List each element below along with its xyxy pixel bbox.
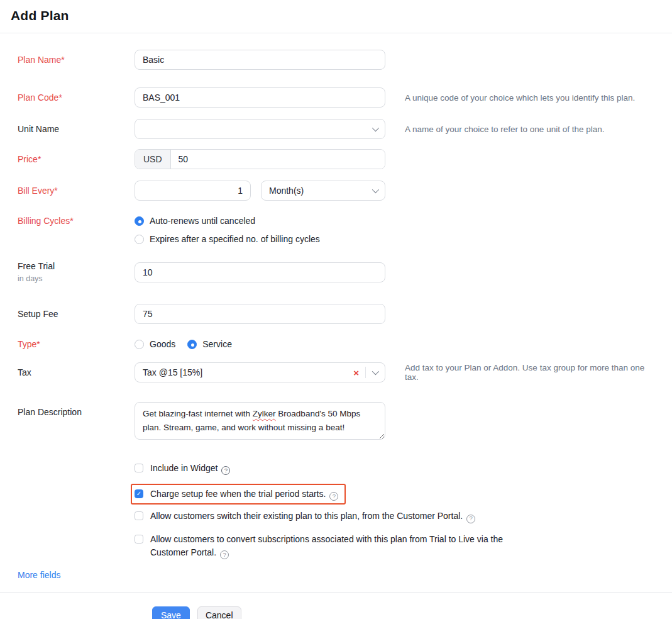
charge-setup-fee-row[interactable]: ✓ Charge setup fee when the trial period…	[135, 488, 338, 501]
bill-every-unit-select[interactable]: Month(s)	[261, 181, 385, 201]
plan-code-label: Plan Code*	[0, 92, 135, 103]
plan-name-input[interactable]	[135, 50, 385, 70]
setup-fee-row: Setup Fee	[0, 304, 672, 324]
free-trial-sublabel: in days	[18, 274, 135, 283]
bill-every-row: Bill Every* Month(s)	[0, 181, 672, 201]
type-label: Type*	[0, 339, 135, 349]
page-header: Add Plan	[0, 0, 672, 33]
help-icon[interactable]: ?	[329, 492, 338, 501]
plan-code-row: Plan Code* A unique code of your choice …	[0, 87, 672, 108]
description-text: Get blazing-fast internet with	[143, 409, 253, 418]
chevron-down-icon	[372, 368, 379, 375]
setup-fee-input[interactable]	[135, 304, 385, 324]
tax-select[interactable]: Tax @15 [15%] ×	[135, 362, 385, 382]
price-input[interactable]	[171, 150, 385, 169]
plan-code-help-text: A unique code of your choice which lets …	[405, 93, 635, 103]
unit-name-label: Unit Name	[0, 124, 135, 134]
setup-fee-label: Setup Fee	[0, 309, 135, 319]
radio-service-label: Service	[202, 339, 232, 349]
allow-trial-convert-row[interactable]: Allow customers to convert subscriptions…	[135, 533, 672, 559]
checkbox-unchecked-icon[interactable]	[135, 464, 143, 472]
radio-unselected-icon	[135, 340, 144, 349]
radio-unselected-icon	[135, 235, 144, 244]
free-trial-label: Free Trial	[18, 261, 55, 271]
plan-name-row: Plan Name*	[0, 50, 672, 70]
radio-goods-label: Goods	[150, 339, 175, 349]
tax-label: Tax	[0, 367, 135, 377]
description-misspelled-word: Zylker	[253, 409, 276, 418]
annotation-highlight-box: ✓ Charge setup fee when the trial period…	[131, 484, 346, 505]
more-fields-link[interactable]: More fields	[18, 570, 60, 580]
add-plan-form: Plan Name* Plan Code* A unique code of y…	[0, 50, 672, 580]
chevron-down-icon	[372, 125, 379, 131]
add-plan-page: Add Plan Plan Name* Plan Code* A unique …	[0, 0, 672, 619]
help-icon[interactable]: ?	[220, 550, 229, 559]
plan-description-row: Plan Description Get blazing-fast intern…	[0, 402, 672, 440]
billing-cycles-row: Billing Cycles* Auto-renews until cancel…	[0, 216, 672, 244]
help-icon[interactable]: ?	[466, 515, 475, 523]
radio-expires-after[interactable]: Expires after a specified no. of billing…	[135, 234, 320, 244]
allow-plan-switch-row[interactable]: Allow customers switch their existing pl…	[135, 510, 672, 523]
plan-code-input[interactable]	[135, 87, 385, 108]
radio-selected-icon	[135, 216, 144, 226]
allow-plan-switch-label: Allow customers switch their existing pl…	[150, 511, 463, 521]
options-section: Include in Widget? ✓ Charge setup fee wh…	[135, 462, 672, 559]
bill-every-input[interactable]	[135, 181, 251, 201]
include-in-widget-row[interactable]: Include in Widget?	[135, 462, 672, 475]
plan-description-textarea[interactable]: Get blazing-fast internet with Zylker Br…	[135, 402, 385, 440]
billing-cycles-label: Billing Cycles*	[0, 216, 135, 226]
include-in-widget-label: Include in Widget	[150, 463, 218, 473]
radio-service[interactable]: Service	[187, 339, 232, 349]
bill-every-label: Bill Every*	[0, 186, 135, 196]
bill-every-unit-value: Month(s)	[269, 186, 304, 196]
unit-name-select[interactable]	[135, 119, 385, 139]
currency-prefix: USD	[135, 150, 171, 169]
unit-name-row: Unit Name A name of your choice to refer…	[0, 119, 672, 139]
help-icon[interactable]: ?	[221, 466, 230, 475]
plan-name-label: Plan Name*	[0, 55, 135, 65]
footer-actions: Save Cancel	[152, 606, 672, 619]
save-button[interactable]: Save	[152, 606, 190, 619]
plan-description-label: Plan Description	[0, 402, 135, 417]
free-trial-input[interactable]	[135, 262, 385, 282]
clear-tax-icon[interactable]: ×	[353, 368, 359, 377]
footer-divider	[0, 592, 672, 593]
tax-help-text: Add tax to your Plan or Addon. Use tax g…	[405, 363, 656, 382]
checkbox-unchecked-icon[interactable]	[135, 511, 143, 520]
radio-selected-icon	[187, 340, 197, 349]
radio-auto-renews-label: Auto-renews until canceled	[150, 216, 255, 226]
divider	[365, 367, 366, 378]
allow-trial-convert-label: Allow customers to convert subscriptions…	[150, 534, 503, 557]
checkbox-checked-icon[interactable]: ✓	[135, 489, 143, 498]
free-trial-row: Free Trial in days	[0, 261, 672, 283]
tax-row: Tax Tax @15 [15%] × Add tax to your Plan…	[0, 362, 672, 382]
price-row: Price* USD	[0, 149, 672, 169]
tax-select-value: Tax @15 [15%]	[143, 367, 202, 377]
radio-auto-renews[interactable]: Auto-renews until canceled	[135, 216, 320, 226]
unit-name-help-text: A name of your choice to refer to one un…	[405, 125, 604, 134]
page-title: Add Plan	[11, 8, 672, 23]
radio-goods[interactable]: Goods	[135, 339, 175, 349]
checkbox-unchecked-icon[interactable]	[135, 535, 143, 544]
type-row: Type* Goods Service	[0, 339, 672, 349]
chevron-down-icon	[372, 186, 379, 193]
price-label: Price*	[0, 154, 135, 164]
radio-expires-after-label: Expires after a specified no. of billing…	[150, 234, 320, 244]
cancel-button[interactable]: Cancel	[197, 606, 241, 619]
charge-setup-fee-label: Charge setup fee when the trial period s…	[150, 489, 326, 499]
